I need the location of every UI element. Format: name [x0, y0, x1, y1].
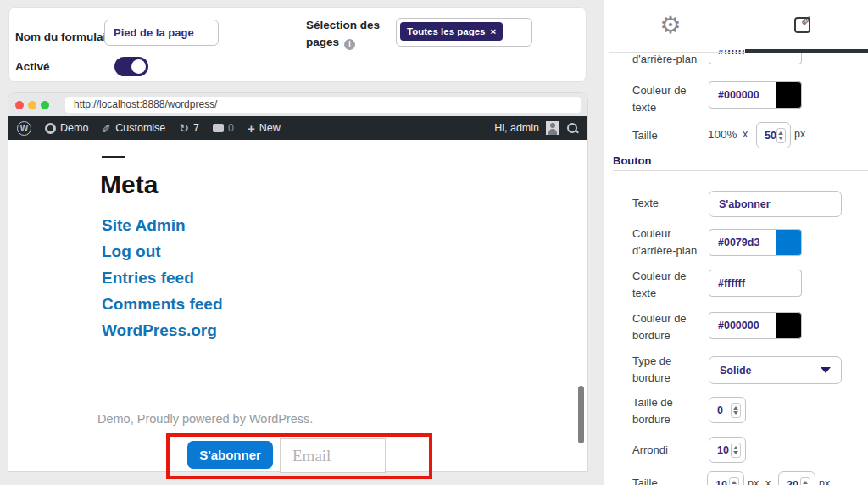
- link-entries-feed[interactable]: Entries feed: [102, 269, 194, 287]
- button-text-color-swatch[interactable]: [776, 270, 802, 297]
- avatar[interactable]: [546, 121, 559, 135]
- border-size-stepper[interactable]: 0: [709, 397, 746, 423]
- stepper-arrows-icon[interactable]: [731, 403, 741, 418]
- browser-chrome: http://localhost:8888/wordpress/: [8, 93, 587, 116]
- traffic-light-green: [41, 101, 49, 109]
- text-color-input[interactable]: #000000: [709, 81, 802, 109]
- text-color-label: Couleur de texte: [632, 82, 687, 116]
- search-icon[interactable]: [566, 122, 579, 135]
- button-bg-label: Couleur d'arrière-plan: [632, 226, 697, 259]
- size-height-stepper[interactable]: 50: [756, 122, 791, 148]
- adminbar-new-button[interactable]: + New: [248, 121, 281, 136]
- brush-icon: ✎: [101, 124, 112, 133]
- border-color-swatch[interactable]: [776, 312, 802, 339]
- settings-panel: d'arrière-plan #ffffff ⚙ ✎ Couleur de te…: [604, 0, 868, 485]
- size-times: x: [743, 128, 748, 140]
- button-bg-input[interactable]: #0079d3: [709, 229, 802, 256]
- button-section-header: Bouton: [613, 154, 651, 167]
- button-text-color-label: Couleur de texte: [632, 268, 687, 302]
- gear-icon: ⚙: [659, 14, 681, 37]
- heading-divider: [102, 156, 125, 158]
- active-tab-indicator: [745, 49, 868, 53]
- stepper-arrows-icon[interactable]: [776, 128, 786, 143]
- browser-preview: http://localhost:8888/wordpress/ W Demo …: [8, 93, 587, 471]
- border-type-select[interactable]: Solide: [709, 356, 842, 384]
- pages-select-label: Sélection des pagesi: [306, 17, 387, 51]
- pages-multiselect[interactable]: Toutes les pages ×: [396, 18, 532, 47]
- radius-stepper[interactable]: 10: [709, 437, 746, 463]
- adminbar-updates[interactable]: ↻ 7: [179, 122, 199, 134]
- bottom-size-unit1: px: [748, 477, 759, 485]
- url-bar[interactable]: http://localhost:8888/wordpress/: [65, 97, 581, 113]
- wp-admin-bar: W Demo ✎ Customise ↻ 7 0 + New: [8, 116, 587, 140]
- bottom-size-times: x: [765, 477, 771, 485]
- size-percent: 100%: [708, 128, 737, 141]
- text-color-swatch[interactable]: [776, 81, 802, 109]
- app-window: Nom du formulaire Pied de la page Sélect…: [0, 0, 868, 485]
- widget-heading: Meta: [100, 170, 158, 199]
- dashboard-icon: [45, 123, 56, 134]
- form-settings-card: Nom du formulaire Pied de la page Sélect…: [8, 7, 587, 82]
- plus-icon: +: [248, 121, 255, 136]
- preview-scrollbar[interactable]: [578, 386, 584, 443]
- bottom-size-height-stepper[interactable]: 20: [778, 471, 815, 485]
- stepper-arrows-icon[interactable]: [729, 477, 739, 485]
- form-name-label: Nom du formulaire: [15, 31, 117, 43]
- tab-design[interactable]: ✎: [737, 0, 868, 50]
- chevron-down-icon: [821, 367, 831, 373]
- link-site-admin[interactable]: Site Admin: [102, 216, 186, 235]
- link-log-out[interactable]: Log out: [102, 242, 161, 261]
- section-divider: [613, 170, 868, 171]
- bottom-size-unit2: px: [819, 477, 830, 485]
- button-text-color-input[interactable]: #ffffff: [709, 270, 802, 297]
- panel-tabs: ⚙ ✎: [604, 0, 868, 50]
- subscribe-button[interactable]: S'abonner: [187, 441, 273, 469]
- adminbar-comments[interactable]: 0: [213, 122, 234, 134]
- bg-color-label-partial: d'arrière-plan: [632, 51, 697, 68]
- stepper-arrows-icon[interactable]: [800, 477, 810, 485]
- wp-logo-icon[interactable]: W: [17, 121, 31, 136]
- annotation-highlight-box: S'abonner: [166, 433, 432, 479]
- stepper-arrows-icon[interactable]: [731, 443, 741, 458]
- size-unit: px: [794, 128, 805, 140]
- bottom-size-width-stepper[interactable]: 10: [707, 471, 744, 485]
- border-color-label: Couleur de bordure: [632, 310, 687, 344]
- border-size-label: Taille de bordure: [632, 394, 673, 428]
- edit-icon: ✎: [794, 17, 810, 33]
- adminbar-greeting[interactable]: Hi, admin: [494, 122, 539, 134]
- link-wordpress-org[interactable]: WordPress.org: [102, 321, 217, 340]
- button-text-input[interactable]: S'abonner: [709, 191, 842, 217]
- size-label: Taille: [632, 127, 658, 144]
- update-icon: ↻: [179, 122, 189, 134]
- adminbar-site-link[interactable]: Demo: [45, 122, 88, 134]
- button-text-label: Texte: [632, 195, 659, 212]
- border-color-input[interactable]: #000000: [709, 312, 802, 339]
- button-bg-swatch[interactable]: [776, 229, 802, 256]
- toggle-knob: [131, 59, 146, 74]
- traffic-light-yellow: [28, 101, 36, 109]
- email-field[interactable]: [280, 438, 386, 473]
- comment-icon: [213, 124, 224, 132]
- active-toggle[interactable]: [114, 57, 148, 76]
- bottom-size-label: Taille: [632, 475, 658, 485]
- site-footer-text: Demo, Proudly powered by WordPress.: [97, 412, 313, 426]
- info-icon[interactable]: i: [344, 39, 355, 50]
- link-comments-feed[interactable]: Comments feed: [102, 295, 223, 314]
- traffic-light-red: [15, 101, 24, 109]
- site-content: Meta Site Admin Log out Entries feed Com…: [8, 140, 587, 471]
- selected-page-tag: Toutes les pages ×: [400, 22, 503, 41]
- form-name-input[interactable]: Pied de la page: [104, 20, 219, 46]
- adminbar-customise-link[interactable]: ✎ Customise: [102, 122, 165, 134]
- radius-label: Arrondi: [632, 442, 668, 459]
- active-label: Activé: [15, 60, 50, 73]
- tab-settings[interactable]: ⚙: [604, 0, 737, 50]
- border-type-label: Type de bordure: [632, 353, 671, 387]
- tag-close-icon[interactable]: ×: [490, 26, 496, 36]
